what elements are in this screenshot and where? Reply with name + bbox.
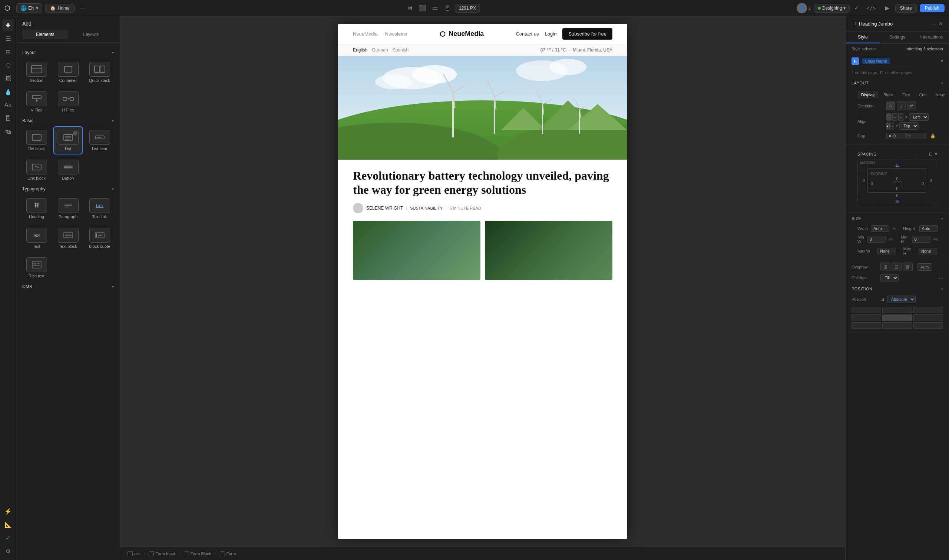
overflow-btn1[interactable]: ⊞ — [880, 263, 890, 271]
margin-left[interactable]: 0 — [860, 178, 867, 183]
breakpoints-icon[interactable]: 📐 — [2, 518, 14, 530]
panel-more-icon[interactable]: ··· — [931, 21, 936, 27]
search-icon[interactable]: ⊞ — [2, 46, 14, 58]
minw-input[interactable] — [867, 236, 886, 243]
subscribe-button[interactable]: Subscribe for free — [562, 28, 613, 40]
pos-btn-mc[interactable] — [882, 314, 912, 321]
styles-icon[interactable]: 💧 — [2, 86, 14, 98]
components-icon[interactable]: ⬡ — [2, 59, 14, 71]
minh-input[interactable] — [912, 236, 930, 243]
vflex-element[interactable]: V Flex — [22, 89, 51, 115]
add-elements-icon[interactable]: ✚ — [2, 19, 14, 31]
pos-btn-ml[interactable] — [852, 314, 881, 321]
width-input[interactable] — [871, 225, 889, 232]
margin-bottom-15[interactable]: 15 — [860, 198, 935, 205]
overflow-auto-btn[interactable]: Auto — [917, 263, 932, 271]
display-btn-display[interactable]: Display — [858, 91, 878, 98]
display-btn-flex[interactable]: Flex — [898, 91, 914, 98]
divblock-element[interactable]: Div block — [22, 127, 51, 154]
share-button[interactable]: Share — [895, 4, 917, 12]
margin-right[interactable]: 0 — [927, 178, 935, 183]
tab-settings[interactable]: Settings — [880, 31, 915, 43]
button-element[interactable]: Button Button — [54, 157, 82, 183]
cms-section-chevron[interactable]: ▾ — [112, 285, 114, 289]
layout-chevron-icon[interactable]: ▾ — [941, 81, 943, 85]
typography-section-chevron[interactable]: ▾ — [112, 187, 114, 191]
pos-btn-mr[interactable] — [914, 314, 943, 321]
display-btn-block[interactable]: Block — [880, 91, 897, 98]
tablet-landscape-icon[interactable]: ⬛ — [417, 3, 429, 13]
desktop-icon[interactable]: 🖥 — [405, 3, 415, 13]
heading-element[interactable]: H Heading — [22, 195, 51, 222]
fonts-icon[interactable]: Aa — [2, 99, 14, 111]
pos-btn-tc[interactable] — [882, 307, 912, 313]
spacing-chevron[interactable]: ▾ — [935, 151, 937, 157]
preview-icon[interactable]: ▶ — [882, 3, 892, 13]
align-x-select[interactable]: Left — [909, 113, 929, 121]
breadcrumb-item-2[interactable]: Form Input — [146, 550, 178, 558]
tab-layouts[interactable]: Layouts — [68, 30, 114, 39]
breadcrumb-item-1[interactable]: ner — [125, 550, 143, 558]
textlink-element[interactable]: Link Text link — [85, 195, 114, 222]
tablet-portrait-icon[interactable]: ▭ — [430, 3, 440, 13]
align-center-icon[interactable]: ▪ — [892, 113, 898, 121]
container-element[interactable]: Container — [54, 59, 82, 86]
pos-btn-tl[interactable] — [852, 307, 881, 313]
panel-close-icon[interactable]: ✕ — [939, 21, 943, 27]
nav-contact-link[interactable]: Contact us — [515, 31, 539, 37]
nav-media-link[interactable]: NeueMedia — [353, 31, 378, 37]
assets-icon[interactable]: 🖼 — [2, 72, 14, 85]
display-btn-none[interactable]: None — [932, 91, 949, 98]
pos-btn-tr[interactable] — [914, 307, 943, 313]
quickstack-element[interactable]: Quick stack — [85, 59, 114, 86]
height-input[interactable] — [919, 225, 938, 232]
pos-btn-bc[interactable] — [882, 322, 912, 329]
display-btn-grid[interactable]: Grid — [915, 91, 930, 98]
tab-interactions[interactable]: Interactions — [915, 31, 949, 43]
pos-btn-br[interactable] — [914, 322, 943, 329]
section-element[interactable]: Section — [22, 59, 51, 86]
overflow-btn2[interactable]: ⊟ — [892, 263, 901, 271]
align-top-icon[interactable]: ▪ — [886, 122, 889, 130]
textblock-element[interactable]: Text block — [54, 225, 82, 251]
publish-button[interactable]: Publish — [920, 4, 944, 12]
children-select[interactable]: Fill — [880, 274, 898, 282]
richtext-element[interactable]: Rich text — [22, 254, 51, 281]
padding-top[interactable]: 0 — [871, 177, 924, 181]
nav-newsletter-link[interactable]: Newsletter — [385, 31, 408, 37]
align-y-select[interactable]: Top — [899, 122, 919, 130]
navigator-icon[interactable]: ☰ — [2, 32, 14, 45]
more-options[interactable]: ··· — [77, 3, 88, 13]
hflex-element[interactable]: H Flex — [54, 89, 82, 115]
list-element[interactable]: i List — [54, 127, 82, 154]
mode-selector[interactable]: Designing ▾ — [814, 4, 850, 12]
language-selector[interactable]: 🌐 EN ▾ — [16, 3, 42, 13]
overflow-btn3[interactable]: ⊠ — [903, 263, 913, 271]
padding-bottom[interactable]: 0 — [871, 186, 924, 191]
dir-swap-icon[interactable]: ⇄ — [907, 102, 916, 110]
layout-section-chevron[interactable]: ▾ — [112, 51, 114, 55]
gap-lock-icon[interactable]: 🔒 — [929, 132, 937, 139]
position-chevron[interactable]: ▾ — [941, 287, 943, 291]
cms-icon[interactable]: 🗄 — [2, 112, 14, 125]
text-element[interactable]: Text Text — [22, 225, 51, 251]
tab-style[interactable]: Style — [846, 31, 880, 43]
gap-value-input[interactable] — [893, 134, 904, 138]
spacing-icon1[interactable]: ⊡ — [929, 151, 933, 157]
children-more-icon[interactable]: ··· — [939, 275, 943, 281]
mobile-icon[interactable]: 📱 — [441, 3, 454, 13]
class-dropdown-icon[interactable]: ▾ — [941, 58, 943, 64]
home-button[interactable]: 🏠 Home — [45, 4, 74, 12]
dir-right-icon[interactable]: → — [886, 102, 895, 110]
linkblock-element[interactable]: Link block — [22, 157, 51, 183]
webflow-logo[interactable]: ⬡ — [5, 4, 10, 12]
settings-icon[interactable]: ⚙ — [2, 545, 14, 557]
size-chevron[interactable]: ▾ — [941, 217, 943, 221]
code-view-icon[interactable]: </> — [863, 4, 878, 12]
checklist-icon[interactable]: ✓ — [2, 532, 14, 544]
nav-login-link[interactable]: Login — [545, 31, 557, 37]
lang-german[interactable]: German — [372, 48, 388, 52]
maxw-input[interactable] — [878, 248, 896, 254]
breadcrumb-item-3[interactable]: Form Block — [181, 550, 214, 558]
ecomm-icon[interactable]: 🛍 — [2, 126, 14, 138]
